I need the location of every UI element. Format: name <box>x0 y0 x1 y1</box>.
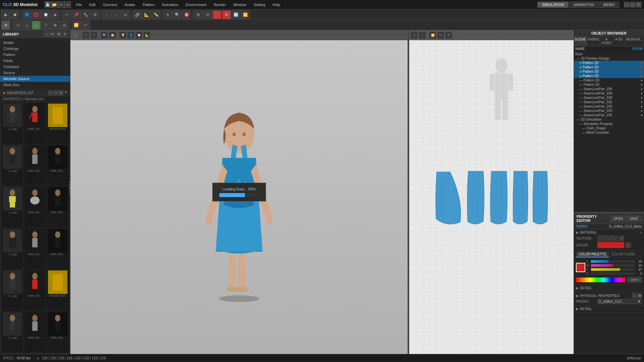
minimize-button[interactable]: — <box>624 2 629 7</box>
vp3d-icon-6[interactable]: 💡 <box>119 32 126 39</box>
vp2d-icon-1[interactable]: ⬡ <box>411 32 418 39</box>
pe-color-palette-tab[interactable]: COLOR PALETTE <box>576 252 609 257</box>
vp2d-icon-3[interactable]: 🔁 <box>429 32 436 39</box>
toolbar-icon-18[interactable]: 🔍 <box>173 10 181 19</box>
viewport-3d[interactable]: ⬡ ↖ ⤡ 🔍 🏠 💡 👤 🔲 📐 <box>70 30 408 354</box>
sidebar-item-source[interactable]: Source <box>0 70 70 76</box>
toolbar-icon-20[interactable]: ⊞ <box>194 10 203 19</box>
fav-settings-icon[interactable]: ⚙ <box>59 90 63 95</box>
ob-tab-apoint[interactable]: A-POINT <box>601 37 613 46</box>
sidebar-item-avatar[interactable]: Avatar <box>0 40 70 46</box>
tree-pattern2d-1[interactable]: ⊞Pattern 2D <box>574 61 644 65</box>
toolbar-icon-25[interactable]: 🔀 <box>241 10 250 19</box>
vp2d-icon-2[interactable]: ↕ <box>419 32 426 39</box>
pattern-piece-4[interactable] <box>511 170 530 227</box>
thumb-item-2[interactable]: 0060_001... <box>24 103 46 144</box>
thumb-item-3[interactable]: Michelle DOC <box>47 103 69 144</box>
pe-color-swatch[interactable] <box>597 242 624 248</box>
tb2-icon-5[interactable]: ▽ <box>41 21 50 29</box>
toolbar-icon-23[interactable]: ✖ <box>222 10 231 19</box>
menu-environment[interactable]: Environment <box>183 2 209 7</box>
pe-open-button[interactable]: OPEN <box>610 216 626 222</box>
thumb-item-16[interactable]: 1_1.jpg <box>1 312 23 353</box>
tab-memo[interactable]: MEMO <box>599 2 619 8</box>
tb2-icon-2[interactable]: ◁ <box>13 21 22 29</box>
pe-preset-dropdown[interactable]: D_chiffon_CLO... ▼ <box>597 299 642 304</box>
ob-tab-measur[interactable]: MEASUR... <box>625 37 644 46</box>
sidebar-item-company[interactable]: Company <box>0 64 70 70</box>
thumb-item-10[interactable]: 1_1.jpg <box>1 228 23 269</box>
cmyk-m-bar-bg[interactable] <box>591 264 635 267</box>
tree-seam-2[interactable]: — SeamLinePair_339● <box>574 91 644 96</box>
pe-texture-edit-icon[interactable]: ✏ <box>619 236 624 241</box>
toolbar-icon-16[interactable]: 📏 <box>152 10 160 19</box>
tb2-icon-4[interactable]: ▷ <box>32 21 41 29</box>
pattern-piece-2[interactable] <box>465 170 487 227</box>
sidebar-add-icon[interactable]: + <box>44 32 49 37</box>
tree-sim-property[interactable]: — Simulation Property <box>574 122 644 126</box>
tab-simulation[interactable]: SIMULATION <box>537 2 568 8</box>
thumb-item-4[interactable]: 1_1.jpg <box>1 145 23 186</box>
toolbar-icon-8[interactable]: 📌 <box>72 10 80 19</box>
toolbar-icon-13[interactable]: ⇔ <box>121 10 130 19</box>
vp3d-icon-5[interactable]: 🏠 <box>109 32 116 39</box>
cmyk-k-bar-bg[interactable] <box>591 272 635 275</box>
cmyk-y-bar-bg[interactable] <box>591 268 635 271</box>
menu-help[interactable]: Help <box>270 2 283 7</box>
menu-animation[interactable]: Animation <box>159 2 181 7</box>
pe-material-expand[interactable]: ⊕ <box>639 231 642 234</box>
menu-render[interactable]: Render <box>211 2 228 7</box>
tree-pattern2d-6[interactable]: — Pattern 2D● <box>574 82 644 87</box>
fav-add-icon[interactable]: + <box>48 90 53 95</box>
fav-edit-icon[interactable]: ✏ <box>53 90 58 95</box>
pe-save-button[interactable]: SAVE <box>627 216 641 222</box>
tree-seam-1[interactable]: — SeamLinePair_339● <box>574 87 644 91</box>
toolbar-icon-11[interactable]: ↕ <box>102 10 111 19</box>
sidebar-settings-icon[interactable]: ⚙ <box>56 32 61 37</box>
fav-expand-icon[interactable]: ▼ <box>64 90 67 95</box>
toolbar-icon-19[interactable]: 🎯 <box>182 10 191 19</box>
thumb-item-14[interactable]: 0060_001... <box>24 270 46 311</box>
open-icon[interactable]: 📂 <box>51 1 58 8</box>
thumb-item-18[interactable]: 0060_001... <box>47 312 69 353</box>
pattern-piece-1[interactable] <box>433 169 464 227</box>
tb2-icon-9[interactable]: ↩ <box>81 21 90 29</box>
color-gradient-bar[interactable] <box>576 278 626 282</box>
pattern-piece-5[interactable] <box>531 170 549 227</box>
menu-avatar[interactable]: Avatar <box>122 2 138 7</box>
toolbar-icon-6[interactable]: ◈ <box>51 10 59 19</box>
menu-window[interactable]: Window <box>230 2 249 7</box>
pe-color-guide-tab[interactable]: COLOR GUIDE <box>609 252 638 257</box>
toolbar-icon-21[interactable]: ⊟ <box>203 10 212 19</box>
tree-2d-design[interactable]: — 2D Parttern Design <box>574 56 644 61</box>
tree-seam-7[interactable]: — SeamLinePair_339● <box>574 113 644 117</box>
cmyk-c-bar-bg[interactable] <box>591 260 635 263</box>
toolbar-icon-17[interactable]: 🖱 <box>163 10 172 19</box>
thumb-item-17[interactable]: 0060_001... <box>24 312 46 353</box>
toolbar-icon-14[interactable]: 🔗 <box>133 10 142 19</box>
menu-pattern[interactable]: Pattern <box>140 2 157 7</box>
thumb-item-11[interactable]: 0060_001... <box>24 228 46 269</box>
cmyk-button[interactable]: CMYK <box>627 277 642 283</box>
toolbar-icon-7[interactable]: ✂ <box>62 10 71 19</box>
menu-setting[interactable]: Setting <box>251 2 268 7</box>
vp3d-icon-3[interactable]: ⤡ <box>90 32 98 39</box>
toolbar-icon-9[interactable]: 🔧 <box>81 10 90 19</box>
tb2-icon-3[interactable]: △ <box>22 21 31 29</box>
favorites-header[interactable]: ★ FAVORITES LIST + ✏ ⚙ ▼ <box>0 89 70 97</box>
tb2-icon-7[interactable]: ⊖ <box>60 21 69 29</box>
tree-seam-5[interactable]: — SeamLinePair_339● <box>574 104 644 109</box>
toolbar-icon-22[interactable]: 🚫 <box>213 10 221 19</box>
thumb-item-15[interactable]: Michelle DOC <box>47 270 69 311</box>
save-icon[interactable]: 💾 <box>44 1 51 8</box>
tree-seam-3[interactable]: — SeamLinePair_339● <box>574 96 644 100</box>
sidebar-collapse-icon[interactable]: ▼ <box>62 32 67 37</box>
ob-tab-scene[interactable]: SCENE <box>574 37 587 46</box>
toolbar-icon-5[interactable]: 🔲 <box>41 10 50 19</box>
tree-seam-4[interactable]: — SeamLinePair_339● <box>574 100 644 104</box>
viewport-2d[interactable]: ⬡ ↕ 🔁 ⟳ ⟲ <box>409 30 574 354</box>
tab-animation[interactable]: ANIMAITON <box>569 2 598 8</box>
pe-texture-swatch[interactable] <box>597 235 618 241</box>
pe-physical-icon2[interactable]: ⊞ <box>637 293 642 298</box>
vp3d-icon-2[interactable]: ↖ <box>82 32 90 39</box>
